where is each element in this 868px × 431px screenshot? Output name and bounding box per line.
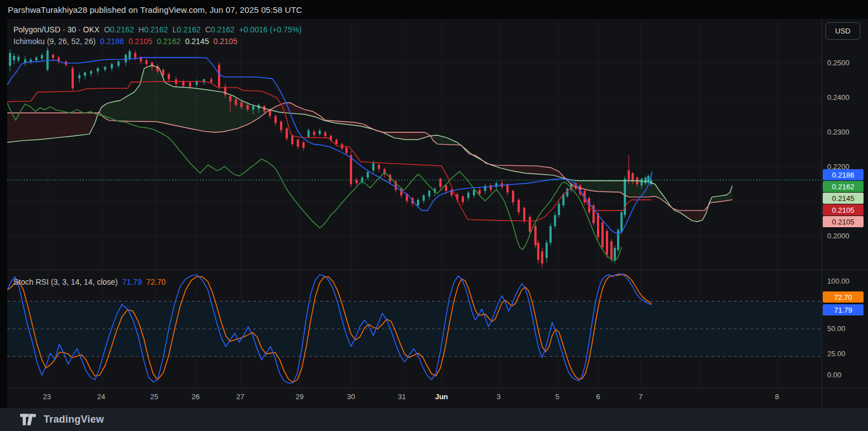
time-axis-label: 25 — [150, 392, 158, 401]
time-axis-label: 24 — [97, 392, 105, 401]
time-axis-label: 7 — [638, 392, 642, 401]
stoch-axis-label: 50.00 — [827, 324, 866, 333]
ichimoku-cloud-segment — [54, 113, 58, 138]
ichimoku-cloud-segment — [115, 101, 118, 121]
ichimoku-cloud-segment — [182, 87, 185, 127]
ichimoku-cloud-segment — [695, 210, 698, 222]
ichimoku-cloud-segment — [212, 90, 215, 132]
footer-bar: TradingView — [0, 408, 868, 431]
ichimoku-lead2-value: 0.2105 — [214, 37, 238, 46]
tradingview-logo-icon[interactable] — [20, 414, 37, 425]
stoch-axis-label: 100.00 — [827, 277, 866, 285]
candle — [307, 128, 310, 138]
time-axis-label: 27 — [236, 392, 244, 401]
time-axis-label: 29 — [296, 392, 303, 401]
candle — [558, 201, 560, 218]
ichimoku-lead1-value: 0.2145 — [185, 37, 209, 46]
ichimoku-cloud-segment — [591, 181, 594, 191]
candle — [168, 73, 170, 83]
ichimoku-cloud-segment — [225, 93, 229, 131]
candle — [24, 56, 26, 66]
candle — [490, 183, 492, 193]
ichimoku-cloud-segment — [51, 113, 54, 138]
ichimoku-title[interactable]: Ichimoku (9, 26, 52, 26) — [13, 37, 96, 46]
ichimoku-conversion-value: 0.2186 — [100, 37, 124, 46]
candle — [423, 194, 425, 204]
ichimoku-cloud-segment — [81, 113, 84, 135]
ichimoku-cloud-segment — [145, 67, 148, 122]
ichimoku-cloud-segment — [37, 113, 41, 140]
low-value: 0.2162 — [177, 25, 201, 34]
ichimoku-cloud-segment — [691, 210, 695, 221]
candle — [367, 170, 369, 180]
stoch-title[interactable]: Stoch RSI (3, 3, 14, 14, close) — [13, 277, 118, 286]
candle — [319, 128, 321, 136]
time-axis-label: 3 — [496, 392, 500, 401]
ichimoku-cloud-segment — [400, 132, 403, 139]
candle — [302, 141, 305, 151]
ichimoku-cloud-segment — [131, 92, 135, 122]
candle — [439, 178, 442, 190]
ichimoku-cloud-segment — [61, 113, 64, 137]
ichimoku-cloud-segment — [27, 113, 31, 140]
kijun-line — [7, 82, 651, 221]
ichimoku-cloud-segment — [403, 132, 406, 140]
candle — [592, 204, 595, 226]
ichimoku-base-value: 0.2105 — [129, 37, 153, 46]
ichimoku-cloud-segment — [202, 89, 205, 132]
candle — [549, 223, 552, 246]
candle — [84, 71, 86, 79]
ichimoku-cloud-segment — [416, 132, 420, 140]
candle — [41, 53, 43, 61]
ichimoku-cloud-segment — [440, 136, 443, 144]
ichimoku-cloud-segment — [611, 181, 614, 192]
candle — [313, 130, 315, 137]
open-label: O — [104, 25, 110, 34]
ichimoku-cloud-segment — [41, 113, 44, 139]
stoch-k-value: 71.79 — [122, 277, 142, 286]
ichimoku-cloud-segment — [517, 166, 520, 173]
ichimoku-cloud-segment — [406, 132, 410, 140]
ichimoku-cloud-segment — [158, 68, 162, 122]
ichimoku-cloud-segment — [17, 113, 21, 141]
price-and-stoch-chart[interactable] — [0, 0, 868, 431]
footer-brand-text[interactable]: TradingView — [44, 414, 104, 425]
ichimoku-cloud-segment — [71, 113, 74, 136]
candle — [537, 240, 539, 264]
candle — [350, 151, 352, 187]
candle — [355, 178, 358, 185]
ichimoku-cloud-segment — [215, 91, 219, 132]
ichimoku-cloud-segment — [651, 183, 654, 197]
ichimoku-cloud-segment — [249, 104, 252, 124]
candle — [554, 212, 556, 229]
ichimoku-cloud-segment — [698, 210, 701, 222]
symbol-title[interactable]: Polygon/USD · 30 · OKX — [13, 25, 99, 34]
candle — [512, 190, 514, 205]
candle — [97, 67, 99, 75]
ichimoku-cloud-segment — [410, 132, 413, 140]
ichimoku-cloud-segment — [222, 92, 225, 132]
currency-toggle-button[interactable]: USD — [826, 22, 860, 40]
ichimoku-cloud-segment — [58, 113, 61, 137]
time-axis-label: 23 — [43, 392, 51, 401]
candle — [546, 240, 548, 262]
ichimoku-cloud-segment — [198, 89, 202, 131]
high-label: H — [139, 25, 144, 34]
candle — [534, 223, 537, 248]
ichimoku-cloud-segment — [64, 113, 68, 137]
ichimoku-cloud-segment — [628, 181, 631, 197]
ichimoku-cloud-segment — [584, 181, 587, 190]
candle — [46, 47, 49, 71]
candle — [145, 59, 148, 67]
candle — [280, 120, 282, 133]
close-label: C — [205, 25, 211, 34]
candle — [541, 248, 543, 268]
ichimoku-cloud-segment — [514, 166, 517, 172]
candle — [111, 63, 113, 71]
candle — [13, 53, 15, 64]
ichimoku-cloud-segment — [601, 181, 604, 192]
stoch-badge: 72.70 — [823, 291, 864, 303]
stoch-band — [7, 301, 822, 357]
ichimoku-cloud-segment — [524, 166, 527, 174]
candle — [617, 228, 619, 252]
